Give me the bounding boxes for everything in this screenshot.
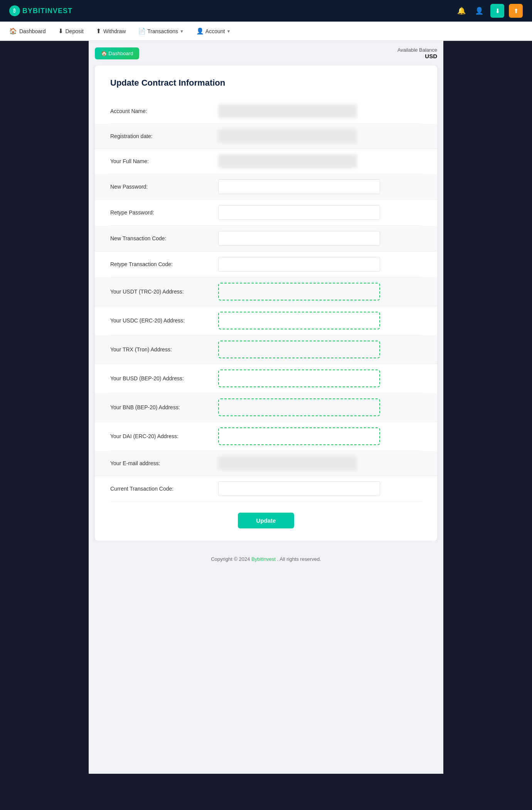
footer-suffix: . All rights reserved. [277,556,321,562]
logo-icon: ₿ [9,5,20,16]
balance-currency: USD [397,53,437,59]
value-full-name [218,154,357,168]
form-row-trx-address: Your TRX (Tron) Address: [95,335,437,364]
label-retype-password: Retype Password: [110,209,218,216]
label-trx-address: Your TRX (Tron) Address: [110,346,218,353]
form-row-new-password: New Password: [95,174,437,200]
nav-account-label: Account [205,28,225,34]
form-row-registration-date: Registration date: [95,124,437,149]
nav-transactions[interactable]: 📄 Transactions ▼ [138,26,184,36]
input-busd-address[interactable] [218,370,380,387]
download-icon: ⬇ [495,7,500,15]
page-wrapper: 🏠 Dashboard Available Balance USD Update… [89,41,443,774]
footer-brand-link[interactable]: Bybitinvest [251,556,276,562]
form-card: Update Contract Information Account Name… [95,66,437,541]
form-row-retype-password: Retype Password: [110,200,422,226]
value-email [218,456,357,470]
upload-button[interactable]: ⬆ [509,4,523,18]
logo-text: BYBITINVEST [22,7,72,15]
input-usdt-address[interactable] [218,283,380,300]
update-btn-row: Update [110,513,422,528]
balance-info: Available Balance USD [397,47,437,59]
form-row-account-name: Account Name: [110,99,422,124]
home-icon: 🏠 [9,27,17,35]
user-icon: 👤 [475,7,483,15]
label-registration-date: Registration date: [110,133,218,139]
label-full-name: Your Full Name: [110,158,218,164]
input-trx-address[interactable] [218,341,380,358]
label-retype-transaction-code: Retype Transaction Code: [110,261,218,267]
form-row-retype-transaction-code: Retype Transaction Code: [110,251,422,277]
form-row-email: Your E-mail address: [95,451,437,476]
input-bnb-address[interactable] [218,398,380,416]
breadcrumb-button[interactable]: 🏠 Dashboard [95,47,139,59]
label-busd-address: Your BUSD (BEP-20) Address: [110,375,218,381]
input-new-password[interactable] [218,179,380,194]
download-button[interactable]: ⬇ [490,4,504,18]
form-row-usdt-address: Your USDT (TRC-20) Address: [95,277,437,306]
nav-transactions-label: Transactions [147,28,178,34]
nav-deposit[interactable]: ⬇ Deposit [58,26,84,36]
input-retype-transaction-code[interactable] [218,257,380,272]
withdraw-icon: ⬆ [96,27,101,35]
input-usdc-address[interactable] [218,312,380,329]
top-bar: ₿ BYBITINVEST 🔔 👤 ⬇ ⬆ [0,0,532,22]
notification-bell-button[interactable]: 🔔 [455,4,468,17]
form-row-busd-address: Your BUSD (BEP-20) Address: [110,364,422,393]
label-dai-address: Your DAI (ERC-20) Address: [110,433,218,439]
nav-dashboard[interactable]: 🏠 Dashboard [9,26,46,36]
form-row-full-name: Your Full Name: [110,149,422,174]
value-account-name [218,104,357,118]
breadcrumb-bar: 🏠 Dashboard Available Balance USD [95,47,437,59]
form-row-usdc-address: Your USDC (ERC-20) Address: [110,306,422,335]
form-row-current-transaction-code: Current Transaction Code: [110,476,422,502]
label-email: Your E-mail address: [110,460,218,466]
balance-label: Available Balance [397,47,437,53]
user-profile-button[interactable]: 👤 [473,4,486,17]
bell-icon: 🔔 [457,7,466,15]
transactions-chevron-icon: ▼ [180,29,184,34]
nav-dashboard-label: Dashboard [19,28,46,34]
form-title: Update Contract Information [110,78,422,88]
label-bnb-address: Your BNB (BEP-20) Address: [110,404,218,410]
label-new-transaction-code: New Transaction Code: [110,235,218,241]
form-row-new-transaction-code: New Transaction Code: [95,226,437,251]
logo: ₿ BYBITINVEST [9,5,72,16]
form-row-dai-address: Your DAI (ERC-20) Address: [110,422,422,451]
input-dai-address[interactable] [218,427,380,445]
label-new-password: New Password: [110,184,218,190]
upload-icon: ⬆ [513,7,519,15]
label-account-name: Account Name: [110,108,218,114]
nav-deposit-label: Deposit [66,28,84,34]
account-icon: 👤 [196,27,204,35]
footer: Copyright © 2024 Bybitinvest . All right… [95,541,437,570]
label-usdc-address: Your USDC (ERC-20) Address: [110,317,218,324]
value-registration-date [218,129,357,143]
form-row-bnb-address: Your BNB (BEP-20) Address: [95,393,437,422]
nav-bar: 🏠 Dashboard ⬇ Deposit ⬆ Withdraw 📄 Trans… [0,22,532,41]
nav-withdraw-label: Withdraw [103,28,126,34]
label-current-transaction-code: Current Transaction Code: [110,486,218,492]
top-bar-right: 🔔 👤 ⬇ ⬆ [455,4,523,18]
nav-account[interactable]: 👤 Account ▼ [196,26,231,36]
deposit-icon: ⬇ [58,27,63,35]
footer-copyright: Copyright © 2024 [211,556,251,562]
account-chevron-icon: ▼ [226,29,231,34]
label-usdt-address: Your USDT (TRC-20) Address: [110,289,218,295]
input-retype-password[interactable] [218,205,380,220]
input-new-transaction-code[interactable] [218,231,380,246]
transactions-icon: 📄 [138,27,146,35]
nav-withdraw[interactable]: ⬆ Withdraw [96,26,126,36]
input-current-transaction-code[interactable] [218,481,380,496]
update-button[interactable]: Update [238,513,295,528]
breadcrumb-label: 🏠 Dashboard [101,51,133,56]
